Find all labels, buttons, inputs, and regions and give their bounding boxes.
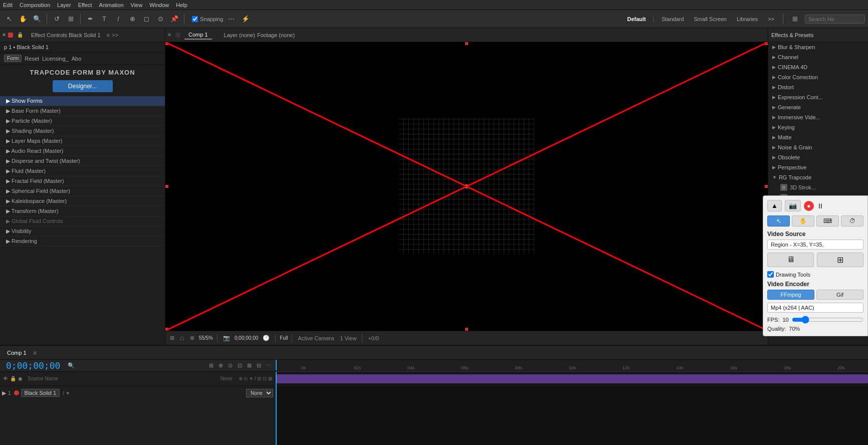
tool-select[interactable]: ↖ [3, 13, 15, 25]
layer-visibility[interactable]: ▶ [2, 390, 6, 396]
workspace-default[interactable]: Default [624, 15, 648, 23]
rec-up-btn[interactable]: ▲ [767, 200, 782, 211]
timeline-tab-comp1[interactable]: Comp 1 [3, 349, 31, 357]
workspace-small-screen[interactable]: Small Screen [691, 15, 730, 23]
comp-close[interactable]: ✕ [167, 32, 171, 38]
designer-button[interactable]: Designer... [53, 80, 113, 92]
effect-category-5[interactable]: ▶Expression Cont... [768, 92, 868, 102]
effect-category-1[interactable]: ▶Channel [768, 52, 868, 62]
handle-bottom-mid[interactable] [465, 328, 468, 331]
reset-btn[interactable]: Reset [25, 56, 39, 62]
effect-category-7[interactable]: ▶Immersive Vide... [768, 112, 868, 122]
effect-category-3[interactable]: ▶Color Correction [768, 72, 868, 82]
lc-eye[interactable]: 👁 [3, 376, 8, 381]
about-btn[interactable]: Abo [72, 56, 82, 62]
tl-btn4[interactable]: ⊡ [236, 362, 244, 369]
menu-edit[interactable]: Edit [3, 2, 13, 8]
tool-clone[interactable]: ⊕ [126, 13, 138, 25]
effect-category-10[interactable]: ▶Noise & Grain [768, 142, 868, 152]
tl-btn7[interactable]: ⋯ [265, 362, 273, 369]
section-item-12[interactable]: ▶ Global Fluid Controls [0, 216, 165, 227]
comp-clock-btn[interactable]: 🕐 [261, 334, 271, 342]
section-item-1[interactable]: ▶ Base Form (Master) [0, 106, 165, 116]
tl-btn5[interactable]: ⊠ [246, 362, 253, 369]
section-item-8[interactable]: ▶ Fractal Field (Master) [0, 176, 165, 186]
track-bar-1[interactable] [276, 374, 868, 383]
rec-pause-btn[interactable]: ⏸ [817, 202, 824, 210]
tool-rotate[interactable]: ↺ [51, 13, 63, 25]
handle-top-right[interactable] [765, 42, 768, 45]
effect-category-8[interactable]: ▶Keying [768, 122, 868, 132]
effect-category-2[interactable]: ▶CINEMA 4D [768, 62, 868, 72]
handle-mid-left[interactable] [165, 185, 168, 188]
rec-camera-btn[interactable]: 📷 [785, 200, 801, 211]
tl-btn1[interactable]: ⊞ [207, 362, 215, 369]
menu-animation[interactable]: Animation [99, 2, 124, 8]
section-item-5[interactable]: ▶ Audio React (Master) [0, 146, 165, 156]
menu-view[interactable]: View [131, 2, 143, 8]
menu-layer[interactable]: Layer [57, 2, 71, 8]
left-panel-expand[interactable]: ≡ [107, 32, 110, 38]
effect-controls-tab[interactable]: Effect Controls Black Solid 1 [27, 31, 105, 39]
section-item-13[interactable]: ▶ Visibility [0, 227, 165, 237]
tl-btn2[interactable]: ⊕ [217, 362, 225, 369]
menu-composition[interactable]: Composition [20, 2, 50, 8]
workspace-libraries[interactable]: Libraries [734, 15, 761, 23]
rec-drawing-tools-checkbox[interactable] [767, 271, 774, 278]
effect-category-13[interactable]: ▼RG Trapcode [768, 172, 868, 182]
licensing-btn[interactable]: Licensing_ [42, 56, 69, 62]
handle-mid-right[interactable] [765, 185, 768, 188]
tool-text[interactable]: T [98, 13, 110, 25]
active-camera-btn[interactable]: Active Camera [296, 335, 335, 342]
tool-pin[interactable]: 📌 [168, 13, 180, 25]
tool-brush[interactable]: / [112, 13, 124, 25]
effect-category-9[interactable]: ▶Matte [768, 132, 868, 142]
handle-bottom-left[interactable] [165, 328, 168, 331]
tl-btn3[interactable]: ⊙ [227, 362, 234, 369]
tool-pen[interactable]: ✒ [84, 13, 96, 25]
layer-name[interactable]: Black Solid 1 [21, 389, 60, 397]
rec-window-btn[interactable]: ⊞ [817, 253, 863, 267]
rec-enc-ffmpeg[interactable]: FFmpeg [767, 290, 814, 300]
effect-category-0[interactable]: ▶Blur & Sharpen [768, 42, 868, 52]
menu-help[interactable]: Help [176, 2, 187, 8]
rec-monitor-btn[interactable]: 🖥 [767, 253, 814, 267]
timeline-menu[interactable]: ≡ [34, 350, 37, 356]
section-item-14[interactable]: ▶ Rendering [0, 237, 165, 247]
section-item-6[interactable]: ▶ Disperse and Twist (Master) [0, 156, 165, 166]
tool-zoom[interactable]: 🔍 [31, 13, 43, 25]
left-panel-close[interactable]: ✕ [2, 32, 6, 38]
tl-btn6[interactable]: ⊟ [255, 362, 263, 369]
comp-cam-btn[interactable]: 📷 [222, 334, 232, 342]
rec-enc-gif[interactable]: Gif [816, 290, 863, 300]
section-item-4[interactable]: ▶ Layer Maps (Master) [0, 136, 165, 146]
effect-category-12[interactable]: ▶Perspective [768, 162, 868, 172]
rec-hand-mode[interactable]: ✋ [792, 215, 814, 227]
effect-category-6[interactable]: ▶Generate [768, 102, 868, 112]
effect-category-4[interactable]: ▶Distort [768, 82, 868, 92]
rec-cursor-mode[interactable]: ↖ [767, 215, 790, 227]
lc-solo[interactable]: ◉ [18, 376, 23, 381]
rec-record-btn[interactable]: ● [804, 201, 814, 211]
composition-viewport[interactable] [165, 42, 768, 331]
snap-icon[interactable]: ⚡ [240, 13, 252, 25]
snapping-checkbox[interactable] [192, 16, 198, 22]
menu-effect[interactable]: Effect [78, 2, 92, 8]
comp-tab-comp1[interactable]: Comp 1 [184, 31, 212, 40]
lc-lock[interactable]: 🔒 [10, 376, 16, 381]
section-item-0[interactable]: ▶ Show Forms [0, 96, 165, 106]
view-1-btn[interactable]: 1 View [339, 335, 358, 342]
timeline-playhead[interactable] [276, 372, 277, 445]
snapping-options[interactable]: ⋯ [226, 13, 238, 25]
comp-always-preview[interactable]: ⊞ [168, 334, 176, 342]
section-item-7[interactable]: ▶ Fluid (Master) [0, 166, 165, 176]
tool-unified[interactable]: ⊞ [65, 13, 77, 25]
section-item-2[interactable]: ▶ Particle (Master) [0, 116, 165, 126]
tool-eraser[interactable]: ◻ [140, 13, 152, 25]
search-input[interactable] [805, 15, 865, 24]
workspace-more[interactable]: >> [765, 15, 777, 23]
rec-kb-mode[interactable]: ⌨ [816, 215, 839, 227]
tool-hand[interactable]: ✋ [17, 13, 29, 25]
section-item-10[interactable]: ▶ Kaleidospace (Master) [0, 196, 165, 206]
left-panel-menu[interactable]: >> [112, 32, 118, 38]
